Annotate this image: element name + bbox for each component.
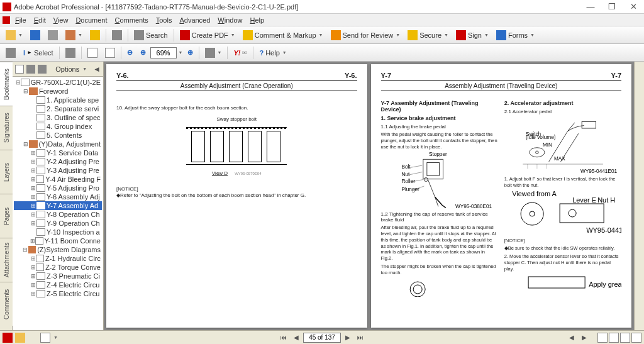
layout-continuous-icon[interactable]: [609, 333, 619, 343]
bookmark-icon[interactable]: [15, 65, 24, 74]
select-tool[interactable]: I►Select: [20, 46, 57, 60]
bookmark-item[interactable]: ⊞Y-9 Operation Ch: [14, 219, 102, 228]
tab-comments[interactable]: Comments: [0, 282, 13, 326]
svg-text:Viewed from A: Viewed from A: [512, 191, 557, 197]
bookmark-item[interactable]: ⊞Y-1 Service Data: [14, 148, 102, 157]
maximize-button[interactable]: ❐: [604, 1, 620, 13]
send-review-button[interactable]: Send for Review▼: [328, 28, 404, 42]
bookmark-item[interactable]: 4. Group index: [14, 122, 102, 131]
zoom-out[interactable]: ⊖: [124, 46, 136, 60]
svg-rect-10: [426, 163, 439, 176]
menu-comments[interactable]: Comments: [111, 15, 152, 25]
sign-button[interactable]: Sign▼: [453, 28, 492, 42]
first-page-button[interactable]: ⏮: [278, 333, 289, 343]
new-bookmark-icon[interactable]: [26, 65, 35, 74]
menu-tools[interactable]: Tools: [152, 15, 176, 25]
bookmark-item[interactable]: ⊞Z-4 Electric Circu: [14, 280, 102, 289]
organizer-button[interactable]: ▼: [62, 28, 86, 42]
svg-text:WY95-0441E02: WY95-0441E02: [586, 226, 621, 234]
vertical-scrollbar[interactable]: [634, 62, 644, 330]
options-menu[interactable]: Options: [55, 65, 79, 73]
bookmark-item[interactable]: ⊞Y-6 Assembly Adj: [14, 192, 102, 201]
bookmark-item[interactable]: ⊞Z-1 Hydraulic Circ: [14, 254, 102, 263]
bookmark-item[interactable]: ⊟(Z)System Diagrams: [14, 245, 102, 254]
bookmark-item[interactable]: ⊞Y-5 Adjusting Pro: [14, 184, 102, 192]
hand-tool[interactable]: [3, 46, 19, 60]
menu-document[interactable]: Document: [72, 15, 111, 25]
document-view[interactable]: Y-6. Y-6. Assembly Adjustment (Crane Ope…: [104, 62, 634, 330]
snapshot-tool[interactable]: [62, 46, 79, 60]
bookmark-root[interactable]: ⊟ GR-750XL-2/C1(U)-2E: [14, 78, 102, 87]
tab-bookmarks[interactable]: Bookmarks: [0, 62, 13, 106]
bookmark-item[interactable]: ⊞Y-2 Adjusting Pre: [14, 157, 102, 166]
bookmark-item[interactable]: 5. Contents: [14, 131, 102, 140]
minimize-button[interactable]: —: [582, 1, 599, 13]
bookmark-item[interactable]: ⊞Z-3 Pneumatic Ci: [14, 272, 102, 280]
svg-text:Stopper: Stopper: [428, 152, 447, 157]
tab-attachments[interactable]: Attachments: [0, 238, 13, 282]
menu-edit[interactable]: Edit: [30, 15, 50, 25]
menu-advanced[interactable]: Advanced: [175, 15, 214, 25]
page-right: Y-7 Y-7 Assembly Adjustment (Traveling D…: [371, 64, 632, 328]
zoom-marquee[interactable]: ⊕: [184, 46, 196, 60]
sb-page-icon[interactable]: [40, 333, 50, 343]
bookmark-item[interactable]: ⊞Y-3 Adjusting Pre: [14, 166, 102, 175]
bookmark-item[interactable]: ⊞Z-5 Electric Circu: [14, 289, 102, 298]
bookmark-item[interactable]: 2. Separate servi: [14, 104, 102, 113]
back-button[interactable]: ◀: [566, 333, 577, 343]
email-button[interactable]: [87, 28, 103, 42]
print-button[interactable]: [45, 28, 61, 42]
page-number-input[interactable]: [303, 333, 341, 343]
menu-view[interactable]: View: [50, 15, 72, 25]
bookmark-item[interactable]: 1. Applicable spe: [14, 96, 102, 104]
next-page-button[interactable]: ▶: [342, 333, 353, 343]
search-button[interactable]: Search: [131, 28, 171, 42]
tab-pages[interactable]: Pages: [0, 194, 13, 238]
last-page-button[interactable]: ⏭: [355, 333, 366, 343]
layout-single-icon[interactable]: [597, 333, 608, 343]
layout-facing-icon[interactable]: [620, 333, 630, 343]
zoom-in[interactable]: ⊕: [137, 46, 149, 60]
bookmark-item[interactable]: ⊞Y-11 Boom Conne: [14, 236, 102, 245]
sb-folder-icon[interactable]: [15, 333, 25, 343]
layout-continuous-facing-icon[interactable]: [631, 333, 641, 343]
sb-binder-icon[interactable]: [3, 333, 13, 343]
save-button[interactable]: [27, 28, 43, 42]
bookmark-item[interactable]: ⊞Y-8 Operation Ch: [14, 210, 102, 219]
main-area: Bookmarks Signatures Layers Pages Attach…: [0, 62, 644, 330]
collapse-icon[interactable]: ◄: [93, 65, 101, 74]
bookmark-item[interactable]: ⊞Y-4 Air Bleeding F: [14, 175, 102, 184]
diagram-label: Sway stopper bolt: [116, 116, 357, 123]
svg-point-29: [569, 209, 576, 217]
bookmark-item[interactable]: ⊟(Y)Data, Adjustment: [14, 140, 102, 148]
prev-page-button[interactable]: ◀: [291, 333, 302, 343]
bookmark-item[interactable]: ⊞Z-2 Torque Conve: [14, 263, 102, 272]
bookmark-item[interactable]: 3. Outline of spec: [14, 113, 102, 122]
zoom-dropdown[interactable]: ▼: [179, 50, 183, 55]
zoom-actual[interactable]: [84, 46, 101, 60]
forms-button[interactable]: Forms▼: [493, 28, 538, 42]
sb-page-dropdown[interactable]: ▼: [53, 335, 58, 340]
close-button[interactable]: ✕: [625, 1, 641, 13]
yahoo-button[interactable]: Y!✉: [230, 46, 250, 60]
rotate-button[interactable]: ▼: [202, 46, 225, 60]
bookmark-item[interactable]: ⊟Foreword: [14, 87, 102, 96]
create-pdf-button[interactable]: Create PDF▼: [177, 28, 238, 42]
tab-layers[interactable]: Layers: [0, 150, 13, 194]
help-button[interactable]: ?Help▼: [256, 46, 289, 60]
bookmark-item[interactable]: Y-10 Inspection a: [14, 228, 102, 236]
scan-button[interactable]: [109, 28, 125, 42]
tab-signatures[interactable]: Signatures: [0, 106, 13, 150]
zoom-input[interactable]: [150, 47, 177, 58]
cap-diagram: [381, 278, 498, 297]
zoom-fit[interactable]: [102, 46, 118, 60]
menu-help[interactable]: Help: [247, 15, 269, 25]
comment-markup-button[interactable]: Comment & Markup▼: [240, 28, 326, 42]
delete-bookmark-icon[interactable]: [38, 65, 47, 74]
bookmark-item[interactable]: ⊞Y-7 Assembly Ad: [14, 201, 102, 210]
menu-file[interactable]: FFileile: [11, 15, 30, 25]
secure-button[interactable]: Secure▼: [404, 28, 452, 42]
forward-button[interactable]: ▶: [579, 333, 590, 343]
open-button[interactable]: ▼: [3, 28, 26, 42]
menu-window[interactable]: Window: [214, 15, 246, 25]
